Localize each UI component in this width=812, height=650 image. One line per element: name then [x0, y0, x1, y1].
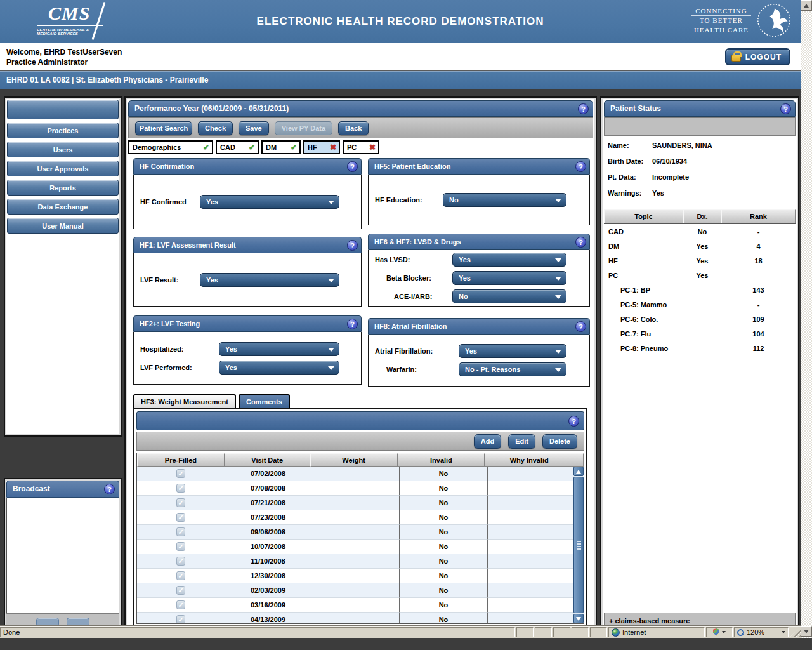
tab-hf[interactable]: HF✖: [303, 140, 340, 154]
dropdown-hf-confirmed[interactable]: Yes: [200, 195, 339, 209]
field-label: HF Confirmed: [134, 198, 200, 206]
field-label: LVF Result:: [134, 276, 200, 284]
table-row[interactable]: ✓10/07/2008No: [137, 540, 584, 554]
tab-demographics[interactable]: Demographics✔: [128, 140, 213, 154]
dropdown-lvf-result[interactable]: Yes: [200, 273, 339, 287]
why-invalid-cell: [488, 613, 577, 623]
invalid-cell: No: [400, 598, 488, 613]
pre-filled-checkbox[interactable]: ✓: [176, 557, 185, 566]
table-row[interactable]: ✓12/30/2008No: [137, 569, 584, 583]
tab-pc[interactable]: PC✖: [343, 140, 379, 154]
hhs-tagline: CONNECTING TO BETTER HEALTH CARE: [691, 6, 751, 34]
help-icon[interactable]: ?: [575, 237, 586, 248]
pre-filled-checkbox[interactable]: ✓: [176, 571, 185, 580]
pre-filled-checkbox[interactable]: ✓: [176, 513, 185, 522]
help-icon[interactable]: ?: [104, 484, 115, 494]
help-icon[interactable]: ?: [575, 161, 586, 172]
sidebar-item-data-exchange[interactable]: Data Exchange: [7, 199, 119, 215]
table-row[interactable]: ✓03/16/2009No: [137, 598, 584, 613]
chevron-down-icon: [555, 350, 561, 354]
scrollbar-thumb[interactable]: [573, 477, 584, 613]
help-icon[interactable]: ?: [568, 416, 579, 427]
cms-subtitle: CENTERS for MEDICARE & MEDICAID SERVICES: [37, 28, 107, 36]
tab-comments[interactable]: Comments: [239, 394, 290, 408]
logout-button[interactable]: LOGOUT: [725, 48, 790, 65]
chevron-down-icon[interactable]: [722, 631, 726, 633]
section-title: HF8: Atrial Fibrillation: [374, 322, 447, 330]
weight-table: Pre-FilledVisit DateWeightInvalidWhy Inv…: [136, 453, 584, 624]
page-scrollbar[interactable]: [801, 0, 812, 638]
table-row[interactable]: ✓07/02/2008No: [137, 467, 584, 481]
broadcast-prev-button[interactable]: [36, 618, 59, 627]
broadcast-next-button[interactable]: [67, 618, 89, 627]
patient-search-button[interactable]: Patient Search: [135, 121, 192, 135]
help-icon[interactable]: ?: [575, 321, 586, 332]
browser-status-bar: Done Internet 120%: [0, 626, 801, 638]
pre-filled-checkbox[interactable]: ✓: [176, 600, 185, 609]
help-icon[interactable]: ?: [578, 103, 589, 114]
pre-filled-checkbox[interactable]: ✓: [176, 527, 185, 536]
patient-info-value: Yes: [652, 189, 664, 197]
table-row[interactable]: ✓07/21/2008No: [137, 496, 584, 510]
pre-filled-checkbox[interactable]: ✓: [176, 469, 185, 478]
patient-status-subbar: [604, 117, 796, 136]
add-button[interactable]: Add: [474, 434, 501, 449]
pre-filled-checkbox[interactable]: ✓: [176, 615, 185, 623]
dropdown-atrial-fibrillation[interactable]: Yes: [459, 344, 566, 358]
pre-filled-checkbox[interactable]: ✓: [176, 498, 185, 507]
patient-info-row: Warnings:Yes: [604, 185, 796, 201]
scroll-up-icon[interactable]: [801, 0, 812, 11]
table-row[interactable]: ✓11/10/2008No: [137, 554, 584, 569]
field-row: HF ConfirmedYes: [134, 195, 361, 209]
resize-grip[interactable]: [790, 627, 801, 637]
tab-cad[interactable]: CAD✔: [216, 140, 259, 154]
topic-cell: PC-6: Colo.: [604, 315, 683, 323]
dropdown-hf-education[interactable]: No: [443, 193, 566, 207]
dropdown-has-lvsd[interactable]: Yes: [452, 253, 566, 267]
dropdown-hospitalized[interactable]: Yes: [219, 342, 339, 356]
table-row[interactable]: ✓07/23/2008No: [137, 510, 584, 525]
pre-filled-checkbox[interactable]: ✓: [176, 484, 185, 493]
sidebar-item-user-manual[interactable]: User Manual: [7, 218, 119, 234]
check-button[interactable]: Check: [198, 121, 233, 135]
scroll-down-icon[interactable]: [801, 626, 812, 637]
help-icon[interactable]: ?: [347, 240, 358, 251]
chevron-down-icon[interactable]: [782, 631, 785, 633]
field-label: Atrial Fibrillation:: [369, 347, 459, 355]
zoom-control[interactable]: 120%: [734, 627, 789, 637]
visit-date-cell: 07/21/2008: [225, 496, 311, 510]
dropdown-lvf-performed[interactable]: Yes: [219, 361, 339, 375]
pre-filled-checkbox[interactable]: ✓: [176, 542, 185, 551]
field-label: LVF Performed:: [134, 364, 219, 371]
table-row[interactable]: ✓09/08/2008No: [137, 525, 584, 540]
help-icon[interactable]: ?: [347, 161, 358, 172]
delete-button[interactable]: Delete: [542, 434, 577, 449]
help-icon[interactable]: ?: [780, 103, 791, 114]
sidebar-header-button: [7, 100, 119, 119]
sidebar-item-practices[interactable]: Practices: [7, 123, 119, 138]
scroll-up-icon[interactable]: [573, 467, 584, 476]
sidebar-item-user-approvals[interactable]: User Approvals: [7, 161, 119, 176]
weight-cell: [311, 613, 400, 623]
cms-acronym: CMS: [37, 4, 119, 23]
save-button[interactable]: Save: [239, 121, 269, 135]
table-row[interactable]: ✓04/13/2009No: [137, 613, 584, 623]
edit-button[interactable]: Edit: [508, 434, 535, 449]
back-button[interactable]: Back: [338, 121, 369, 135]
dropdown-beta-blocker[interactable]: Yes: [452, 271, 566, 285]
column-header-weight: Weight: [310, 453, 398, 467]
scroll-down-icon[interactable]: [573, 614, 584, 623]
section-hf2: HF2+: LVF Testing?Hospitalized:YesLVF Pe…: [133, 315, 362, 385]
help-icon[interactable]: ?: [347, 319, 358, 329]
pre-filled-checkbox[interactable]: ✓: [176, 586, 185, 595]
tab-dm[interactable]: DM✔: [261, 140, 301, 154]
weight-table-scrollbar[interactable]: [573, 467, 584, 623]
tab-hf3-weight-measurement[interactable]: HF3: Weight Measurement: [133, 394, 236, 408]
dropdown-ace-i-arb[interactable]: No: [452, 289, 566, 303]
table-row[interactable]: ✓07/08/2008No: [137, 481, 584, 496]
sidebar-item-reports[interactable]: Reports: [7, 180, 119, 196]
table-row[interactable]: ✓02/03/2009No: [137, 583, 584, 598]
dropdown-warfarin[interactable]: No - Pt. Reasons: [459, 362, 566, 376]
column-header-topic: Topic: [604, 209, 683, 223]
sidebar-item-users[interactable]: Users: [7, 142, 119, 157]
